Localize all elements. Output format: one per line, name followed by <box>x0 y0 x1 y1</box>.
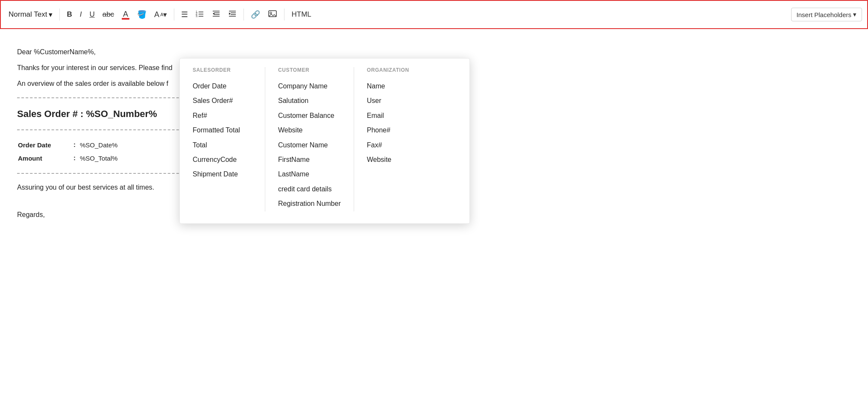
salesorder-item-formatted-total[interactable]: Formatted Total <box>193 123 252 138</box>
link-icon: 🔗 <box>251 10 260 19</box>
salesorder-item-ref[interactable]: Ref# <box>193 108 252 123</box>
salesorder-column: SALESORDER Order Date Sales Order# Ref# … <box>180 67 265 211</box>
org-item-email[interactable]: Email <box>367 108 427 123</box>
customer-item-balance[interactable]: Customer Balance <box>278 108 341 123</box>
numbered-list-button[interactable]: 1. 2. 3. <box>193 8 207 22</box>
salesorder-item-order-date[interactable]: Order Date <box>193 79 252 94</box>
editor-toolbar: Normal Text ▾ B I U abc A 🪣 AA ▾ ☰ <box>0 0 868 29</box>
toolbar-divider-2 <box>174 9 174 21</box>
customer-item-firstname[interactable]: FirstName <box>278 152 341 167</box>
font-size-button[interactable]: AA ▾ <box>152 9 170 21</box>
html-label: HTML <box>291 10 311 19</box>
svg-marker-15 <box>229 12 231 15</box>
html-button[interactable]: HTML <box>289 9 314 21</box>
link-button[interactable]: 🔗 <box>248 8 263 21</box>
customer-header: CUSTOMER <box>278 67 341 73</box>
salesorder-item-shipment-date[interactable]: Shipment Date <box>193 167 252 182</box>
font-size-chevron: ▾ <box>163 10 167 19</box>
font-color-icon: A <box>122 10 129 20</box>
insert-placeholders-button[interactable]: Insert Placeholders ▾ <box>791 8 862 21</box>
underline-button[interactable]: U <box>87 9 97 21</box>
customer-item-company-name[interactable]: Company Name <box>278 79 341 94</box>
salesorder-item-currency-code[interactable]: CurrencyCode <box>193 152 252 167</box>
customer-item-registration[interactable]: Registration Number <box>278 196 341 211</box>
order-date-row: Order Date : %SO_Date% <box>18 139 117 151</box>
indent-decrease-icon <box>212 9 220 20</box>
highlight-icon: 🪣 <box>137 10 147 19</box>
greeting-text: Dear %CustomerName%, <box>17 46 222 58</box>
customer-item-customer-name[interactable]: Customer Name <box>278 138 341 152</box>
svg-marker-10 <box>213 12 214 15</box>
amount-value: %SO_Total% <box>80 152 117 164</box>
salesorder-header: SALESORDER <box>193 67 252 73</box>
amount-colon: : <box>70 152 79 164</box>
org-item-user[interactable]: User <box>367 94 427 108</box>
toolbar-divider-1 <box>59 9 60 21</box>
svg-point-17 <box>270 12 272 14</box>
image-button[interactable] <box>265 7 280 22</box>
normal-text-label: Normal Text <box>9 10 47 19</box>
indent-decrease-button[interactable] <box>209 8 223 22</box>
org-item-phone[interactable]: Phone# <box>367 123 427 138</box>
insert-placeholders-chevron: ▾ <box>853 11 856 18</box>
indent-increase-button[interactable] <box>226 8 239 22</box>
toolbar-divider-3 <box>243 9 244 21</box>
normal-text-dropdown[interactable]: Normal Text ▾ <box>6 9 55 21</box>
org-item-website[interactable]: Website <box>367 152 427 167</box>
customer-item-credit-card[interactable]: credit card details <box>278 182 341 196</box>
italic-button[interactable]: I <box>77 9 85 21</box>
organization-header: ORGANIZATION <box>367 67 427 73</box>
insert-placeholders-label: Insert Placeholders <box>797 11 851 18</box>
indent-increase-icon <box>228 9 237 20</box>
order-date-value: %SO_Date% <box>80 139 117 151</box>
chevron-down-icon: ▾ <box>49 10 53 19</box>
order-details-table: Order Date : %SO_Date% Amount : %SO_Tota… <box>17 138 118 165</box>
strikethrough-button[interactable]: abc <box>100 9 117 21</box>
toolbar-divider-4 <box>284 9 284 21</box>
bullet-list-icon: ☰ <box>181 10 188 19</box>
font-size-icon: AA <box>154 10 163 19</box>
font-color-button[interactable]: A <box>119 8 132 21</box>
org-item-fax[interactable]: Fax# <box>367 138 427 152</box>
salesorder-item-sales-order[interactable]: Sales Order# <box>193 94 252 108</box>
numbered-list-icon: 1. 2. 3. <box>196 9 204 20</box>
amount-label: Amount <box>18 152 69 164</box>
insert-placeholders-dropdown: SALESORDER Order Date Sales Order# Ref# … <box>179 58 470 224</box>
salesorder-item-total[interactable]: Total <box>193 138 252 152</box>
customer-item-salutation[interactable]: Salutation <box>278 94 341 108</box>
editor-wrapper: Dear %CustomerName%, Thanks for your int… <box>0 29 868 396</box>
order-date-colon: : <box>70 139 79 151</box>
amount-row: Amount : %SO_Total% <box>18 152 117 164</box>
organization-column: ORGANIZATION Name User Email Phone# Fax#… <box>354 67 440 211</box>
org-item-name[interactable]: Name <box>367 79 427 94</box>
image-icon <box>268 9 277 21</box>
order-date-label: Order Date <box>18 139 69 151</box>
customer-column: CUSTOMER Company Name Salutation Custome… <box>265 67 354 211</box>
bullet-list-button[interactable]: ☰ <box>179 8 191 21</box>
bold-button[interactable]: B <box>64 9 74 21</box>
highlight-button[interactable]: 🪣 <box>135 8 149 21</box>
customer-item-website[interactable]: Website <box>278 123 341 138</box>
customer-item-lastname[interactable]: LastName <box>278 167 341 182</box>
svg-text:3.: 3. <box>196 15 198 18</box>
